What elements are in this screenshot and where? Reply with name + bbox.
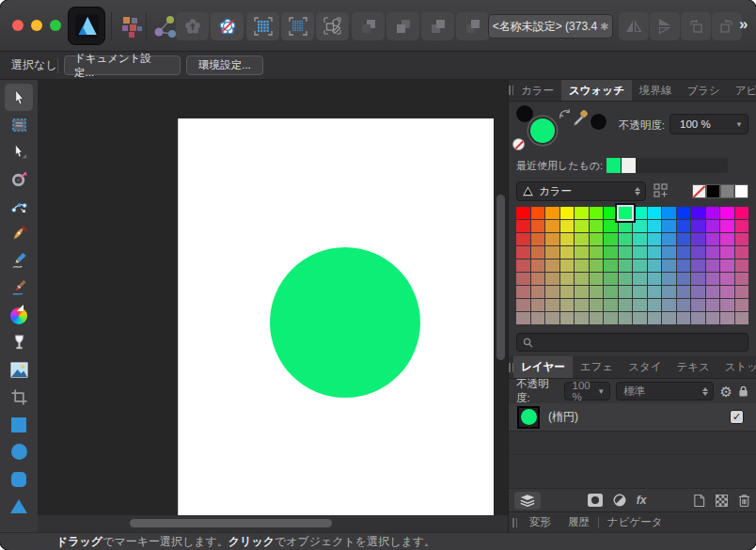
palette-swatch[interactable] [677,299,691,311]
document-title[interactable]: <名称未設定> (373.4 ✱ [488,14,613,39]
palette-swatch[interactable] [648,246,662,259]
palette-swatch[interactable] [720,312,734,324]
canvas-area[interactable] [38,80,508,532]
quick-swatch[interactable] [706,184,720,198]
palette-swatch[interactable] [619,246,633,259]
palette-swatch[interactable] [575,220,589,232]
recent-swatch[interactable] [622,158,637,173]
minimize-window-button[interactable] [31,20,42,31]
palette-swatch[interactable] [677,233,691,245]
panel-grip[interactable] [509,518,521,527]
document-settings-button[interactable]: ドキュメント設定... [64,55,181,75]
palette-swatch[interactable] [575,246,589,259]
palette-swatch[interactable] [531,286,545,298]
palette-swatch[interactable] [706,312,720,324]
pixel-grid-button[interactable] [281,12,314,40]
fill-color-well[interactable] [528,117,557,145]
move-tool[interactable] [5,84,33,111]
rectangle-tool[interactable] [5,411,33,438]
picked-color-chip[interactable] [590,113,607,131]
palette-swatch[interactable] [516,233,530,245]
fill-tool[interactable] [5,302,33,329]
palette-swatch[interactable] [531,246,545,259]
palette-swatch[interactable] [633,246,647,259]
show-grid-button[interactable] [246,12,279,40]
palette-swatch[interactable] [735,246,749,259]
palette-swatch[interactable] [677,207,691,219]
palette-swatch[interactable] [662,246,676,259]
palette-swatch[interactable] [531,312,545,324]
pen-tool[interactable] [5,220,33,247]
recent-swatch[interactable] [606,158,622,173]
palette-swatch[interactable] [633,220,647,232]
palette-swatch[interactable] [604,246,618,259]
palette-swatch[interactable] [691,312,705,324]
palette-swatch[interactable] [516,220,530,232]
arrange-front-button[interactable] [456,12,489,40]
new-pixel-layer-icon[interactable] [716,495,728,507]
tab-styles[interactable]: スタイ [621,356,669,378]
palette-swatch[interactable] [662,233,676,245]
palette-swatch[interactable] [677,286,691,298]
triangle-tool[interactable] [5,493,33,520]
palette-swatch[interactable] [531,259,545,272]
palette-swatch[interactable] [706,259,720,272]
adjustment-layer-icon[interactable] [613,494,626,507]
palette-swatch[interactable] [735,259,749,272]
palette-swatch[interactable] [691,233,705,245]
palette-swatch[interactable] [590,246,604,259]
palette-swatch[interactable] [590,286,604,298]
palette-swatch[interactable] [677,273,691,285]
palette-swatch[interactable] [619,233,633,245]
no-color-chip[interactable] [512,138,525,150]
palette-swatch[interactable] [706,220,720,232]
palette-swatch[interactable] [633,286,647,298]
palette-swatch[interactable] [619,259,633,272]
palette-swatch[interactable] [720,220,734,232]
palette-swatch[interactable] [706,246,720,259]
palette-swatch[interactable] [560,220,575,232]
palette-swatch[interactable] [677,259,691,272]
palette-swatch[interactable] [677,246,691,259]
palette-swatch[interactable] [662,259,676,272]
quick-swatch[interactable] [734,184,748,198]
palette-swatch[interactable] [648,233,662,245]
delete-layer-trash-icon[interactable] [738,494,750,508]
palette-swatch[interactable] [516,286,530,298]
tab-navigator[interactable]: ナビゲータ [599,515,671,529]
layer-opacity-dropdown[interactable]: 100 % ▼ [564,382,610,401]
pencil-tool[interactable] [5,247,33,275]
palette-swatch[interactable] [575,233,589,245]
palette-swatch[interactable] [633,233,647,245]
tab-text[interactable]: テキス [669,356,717,378]
palette-swatch[interactable] [735,299,749,311]
palette-swatch[interactable] [560,259,575,272]
palette-swatch[interactable] [691,286,705,298]
palette-swatch[interactable] [545,207,559,219]
palette-swatch[interactable] [706,286,720,298]
zoom-window-button[interactable] [50,20,61,31]
blend-mode-dropdown[interactable]: 標準 [616,382,714,401]
palette-swatch[interactable] [516,207,530,219]
tab-layers[interactable]: レイヤー [513,356,573,378]
tab-brushes[interactable]: ブラシ [679,80,727,101]
swatch-search-box[interactable] [516,333,748,352]
arrange-back-button[interactable] [352,12,385,40]
palette-swatch[interactable] [575,207,589,219]
palette-swatch[interactable] [720,207,734,219]
corner-tool[interactable] [5,193,33,220]
palette-swatch[interactable] [706,233,720,245]
palette-swatch[interactable] [516,312,530,324]
palette-swatch[interactable] [691,273,705,285]
horizontal-scrollbar-thumb[interactable] [130,519,332,527]
palette-swatch[interactable] [604,286,618,298]
tab-transform[interactable]: 変形 [521,515,559,529]
mask-layer-icon[interactable] [588,494,603,507]
layer-row[interactable]: (楕円) ✓ [509,403,756,432]
palette-swatch[interactable] [560,312,575,324]
tab-effects[interactable]: エフェ [573,356,621,378]
color-picker-eyedropper[interactable] [569,109,590,134]
palette-swatch[interactable] [648,312,662,324]
lock-icon[interactable] [738,385,748,398]
artboard-tool[interactable] [5,111,33,138]
